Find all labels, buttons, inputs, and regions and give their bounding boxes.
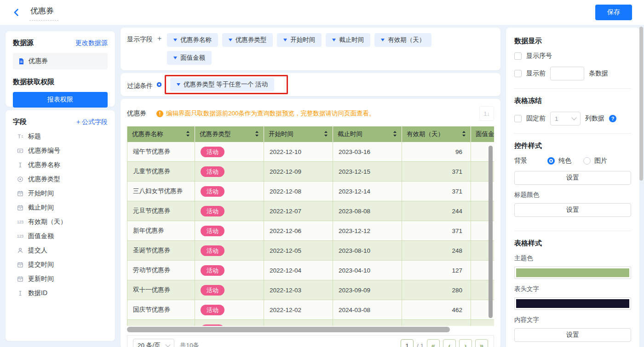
background-set-button[interactable]: 设置 <box>514 171 631 185</box>
end-cell: 2023-04-10 <box>333 261 402 280</box>
column-header[interactable]: 优惠券名称 <box>127 126 195 142</box>
type-cell: 活动 <box>195 162 264 182</box>
column-header[interactable]: 有效期（天） <box>402 126 471 142</box>
show-first-checkbox[interactable] <box>514 70 522 77</box>
text-icon <box>17 161 24 169</box>
rows-suffix-label: 条数据 <box>589 69 608 78</box>
display-field-chip[interactable]: 截止时间 <box>326 33 370 47</box>
filter-condition-chip[interactable]: 优惠券类型 等于任意一个 活动 <box>170 78 274 91</box>
solid-color-radio[interactable] <box>547 157 555 165</box>
calendar-icon <box>17 261 24 268</box>
back-icon[interactable] <box>12 7 22 17</box>
column-header[interactable]: 面值金额 <box>471 126 494 142</box>
field-item-label: 截止时间 <box>28 204 54 212</box>
field-item-label: 优惠券编号 <box>28 147 60 155</box>
chevron-down-icon <box>165 342 170 347</box>
change-datasource-link[interactable]: 更改数据源 <box>75 39 108 47</box>
add-display-field-button[interactable]: + <box>157 33 161 65</box>
show-index-checkbox[interactable] <box>514 52 522 60</box>
window-scrollbar[interactable] <box>639 27 643 181</box>
save-button[interactable]: 保存 <box>595 5 632 20</box>
freeze-count-select[interactable]: 1 <box>550 112 581 125</box>
sort-arrows-icon[interactable] <box>393 131 397 138</box>
name-cell: 双十一优惠券 <box>127 280 195 300</box>
sort-arrows-icon[interactable] <box>324 131 328 138</box>
sort-arrows-icon[interactable] <box>255 131 259 138</box>
table-row: 端午节优惠券活动2022-12-102023-03-1696 <box>127 142 494 162</box>
field-item-label: 提交人 <box>28 246 47 255</box>
days-cell: 244 <box>402 201 471 221</box>
column-header-label: 优惠券名称 <box>132 130 163 138</box>
field-item[interactable]: 123面值金额 <box>13 229 108 243</box>
show-first-count-input[interactable] <box>550 67 584 80</box>
display-field-chip[interactable]: 优惠券名称 <box>167 33 218 47</box>
display-field-chip[interactable]: 优惠券类型 <box>222 33 273 47</box>
start-cell: 2022-12-10 <box>264 142 333 162</box>
first-page-button[interactable]: « <box>427 339 440 347</box>
name-cell: 新年优惠券 <box>127 221 195 241</box>
display-field-chip[interactable]: 开始时间 <box>277 33 322 47</box>
warning-text: 编辑界面只取数据源前200条作为查询数据预览，完整数据请访问页面查看。 <box>166 109 375 118</box>
horizontal-scrollbar[interactable] <box>127 327 450 332</box>
field-item[interactable]: 数据ID <box>13 286 108 300</box>
column-header[interactable]: 开始时间 <box>264 126 333 142</box>
sort-arrows-icon[interactable] <box>462 131 466 138</box>
background-label: 背景 <box>514 157 547 165</box>
title-icon <box>17 133 24 140</box>
title-color-set-button[interactable]: 设置 <box>514 203 631 217</box>
display-field-chip[interactable]: 面值金额 <box>167 51 212 65</box>
field-item[interactable]: 截止时间 <box>13 200 108 215</box>
days-cell: 371 <box>402 182 471 201</box>
column-header[interactable]: 截止时间 <box>333 126 402 142</box>
prev-page-button[interactable]: ‹ <box>443 339 456 347</box>
display-field-chip[interactable]: 有效期（天） <box>374 33 431 47</box>
preview-warning: ! 编辑界面只取数据源前200条作为查询数据预览，完整数据请访问页面查看。 <box>156 109 375 118</box>
report-permission-button[interactable]: 报表权限 <box>13 92 108 108</box>
type-cell: 活动 <box>195 300 264 320</box>
field-item[interactable]: 123有效期（天） <box>13 215 108 229</box>
filter-settings-gear-icon[interactable] <box>155 81 163 88</box>
chevron-down-icon <box>571 115 576 120</box>
page-number-input[interactable] <box>401 339 414 347</box>
page-size-select[interactable]: 20 条/页 <box>133 339 174 347</box>
sort-order-icon[interactable]: 1↓ <box>479 106 494 121</box>
calendar-icon <box>17 190 24 197</box>
topbar: 优惠券 保存 <box>0 0 644 25</box>
table-row: 三八妇女节优惠券活动2022-12-082023-12-14371 <box>127 182 494 201</box>
show-index-label: 显示序号 <box>526 52 552 60</box>
name-cell: 圣诞节优惠券 <box>127 241 195 261</box>
next-page-button[interactable]: › <box>459 339 472 347</box>
field-item[interactable]: 更新时间 <box>13 272 108 286</box>
content-text-set-button[interactable]: 设置 <box>514 328 631 342</box>
text-icon <box>17 290 24 297</box>
image-radio[interactable] <box>583 157 591 165</box>
theme-color-swatch[interactable] <box>514 267 631 279</box>
vertical-scrollbar[interactable] <box>489 146 493 318</box>
field-item[interactable]: 优惠券编号 <box>13 143 108 158</box>
field-item[interactable]: 提交人 <box>13 243 108 257</box>
warning-icon: ! <box>156 110 163 117</box>
field-item[interactable]: 提交时间 <box>13 257 108 272</box>
last-page-button[interactable]: » <box>475 339 488 347</box>
datasource-item[interactable]: 优惠券 <box>13 53 108 69</box>
freeze-checkbox[interactable] <box>514 115 522 122</box>
end-cell: 2023-09-09 <box>333 280 402 300</box>
table-row: 双十一优惠券活动2022-12-032023-09-09280 <box>127 280 494 300</box>
help-icon[interactable]: ? <box>609 115 616 122</box>
header-text-color-swatch[interactable] <box>514 297 631 310</box>
add-formula-field-link[interactable]: + 公式字段 <box>76 118 108 126</box>
field-item[interactable]: 优惠券类型 <box>13 172 108 186</box>
field-item[interactable]: 优惠券名称 <box>13 158 108 172</box>
type-badge: 活动 <box>201 147 224 157</box>
type-badge: 活动 <box>201 186 224 197</box>
column-header[interactable]: 优惠券类型 <box>195 126 264 142</box>
field-item[interactable]: 标题 <box>13 129 108 143</box>
field-item-label: 优惠券名称 <box>28 161 60 169</box>
horizontal-scrollbar-track <box>127 327 494 332</box>
content-text-label: 内容文字 <box>514 316 631 324</box>
permission-heading: 数据获取权限 <box>13 78 108 86</box>
end-cell: 2023-08-08 <box>333 201 402 221</box>
field-item[interactable]: 开始时间 <box>13 186 108 200</box>
sort-arrows-icon[interactable] <box>186 131 190 138</box>
start-cell: 2022-12-06 <box>264 221 333 241</box>
